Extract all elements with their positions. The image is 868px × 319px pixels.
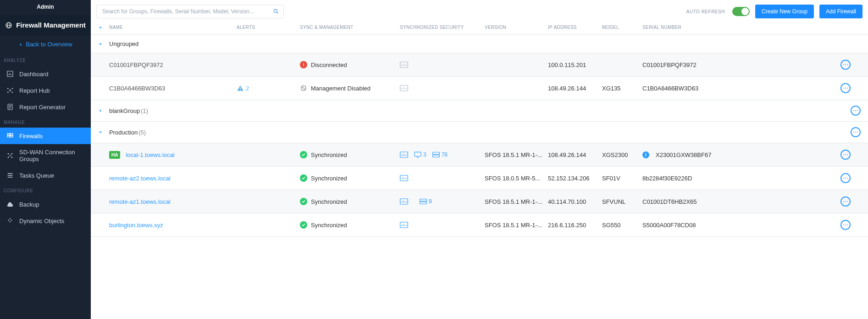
group-ungrouped[interactable]: Ungrouped (91, 35, 868, 53)
col-model[interactable]: MODEL (602, 25, 642, 30)
table-row: burlington.toews.xyz Synchronized SFOS 1… (91, 213, 868, 237)
create-group-button[interactable]: Create New Group (755, 5, 814, 18)
search-input[interactable] (96, 5, 284, 18)
serial-number: C01001DT6HB2X65 (642, 198, 840, 205)
group-count: (1) (141, 107, 148, 114)
col-ip[interactable]: IP ADDRESS (548, 25, 602, 30)
dashboard-icon (6, 70, 14, 78)
server-icon[interactable]: 9 (419, 198, 432, 205)
row-actions-button[interactable]: ⋯ (840, 196, 851, 207)
check-icon (300, 198, 307, 205)
warning-icon[interactable]: 2 (237, 84, 249, 92)
nav-dynamic-objects[interactable]: Dynamic Objects (0, 213, 91, 229)
firewall-name[interactable]: local-1.toews.local (126, 151, 174, 158)
table-row: remote-az2.toews.local Synchronized SFOS… (91, 167, 868, 190)
nav-label: Firewalls (19, 133, 43, 140)
group-actions-button[interactable]: ⋯ (851, 106, 861, 116)
svg-rect-10 (11, 134, 13, 135)
chart-icon[interactable] (400, 175, 408, 181)
row-actions-button[interactable]: ⋯ (840, 83, 851, 93)
svg-point-17 (274, 9, 277, 12)
nav-dashboard[interactable]: Dashboard (0, 66, 91, 82)
back-to-overview[interactable]: Back to Overview (0, 35, 91, 53)
col-serial[interactable]: SERIAL NUMBER (642, 25, 840, 30)
info-icon[interactable]: i (642, 151, 649, 158)
svg-rect-27 (420, 199, 427, 201)
svg-rect-11 (7, 135, 10, 137)
section-manage: MANAGE (0, 115, 91, 128)
nav-tasks-queue[interactable]: Tasks Queue (0, 167, 91, 184)
nav-label: Backup (19, 201, 39, 208)
sync-status: Management Disabled (311, 85, 370, 92)
firewall-name[interactable]: C01001FBPQF3972 (109, 62, 163, 68)
group-blank[interactable]: blankGroup (1) ⋯ (91, 100, 868, 122)
add-firewall-button[interactable]: Add Firewall (819, 5, 862, 18)
sync-status: Synchronized (311, 151, 347, 158)
dynamic-objects-icon (6, 217, 14, 224)
firewall-name[interactable]: remote-az2.toews.local (109, 175, 171, 182)
section-analyze: ANALYZE (0, 53, 91, 66)
serial-number: C01001FBPQF3972 (642, 62, 840, 68)
col-name[interactable]: NAME (109, 25, 237, 30)
nav-label: Report Hub (19, 87, 50, 94)
row-actions-button[interactable]: ⋯ (840, 150, 851, 160)
nav-firewalls[interactable]: Firewalls (0, 128, 91, 144)
table-row: HA local-1.toews.local Synchronized 3 76… (91, 143, 868, 167)
svg-rect-29 (400, 222, 408, 228)
row-actions-button[interactable]: ⋯ (840, 60, 851, 70)
col-sec[interactable]: SYNCHRONIZED SECURITY (400, 25, 485, 30)
search-icon[interactable] (273, 8, 279, 15)
svg-rect-23 (432, 152, 439, 155)
model: XG135 (602, 85, 642, 92)
auto-refresh-label: AUTO REFRESH (686, 9, 725, 14)
serial-number: 8b2284f30E9226D (642, 175, 840, 182)
col-sync[interactable]: SYNC & MANAGEMENT (300, 25, 400, 30)
nav-report-hub[interactable]: Report Hub (0, 82, 91, 99)
svg-rect-21 (400, 152, 408, 157)
caret-left-icon (18, 42, 23, 47)
chart-icon[interactable] (400, 222, 408, 228)
ip-address: 100.0.115.201 (548, 62, 602, 68)
table-header: NAME ALERTS SYNC & MANAGEMENT SYNCHRONIZ… (91, 20, 868, 35)
firewall-name[interactable]: remote-az1.toews.local (109, 198, 171, 205)
group-production[interactable]: Production (5) ⋯ (91, 122, 868, 143)
group-actions-button[interactable]: ⋯ (851, 127, 861, 137)
row-actions-button[interactable]: ⋯ (840, 173, 851, 183)
ip-address: 40.114.70.100 (548, 198, 602, 205)
chart-icon[interactable] (400, 151, 408, 158)
backup-icon (6, 201, 14, 208)
caret-down-icon (98, 42, 106, 46)
server-count: 9 (429, 198, 432, 205)
svg-rect-22 (415, 152, 421, 156)
svg-point-6 (11, 92, 13, 93)
nav-backup[interactable]: Backup (0, 196, 91, 213)
firewall-name[interactable]: C1B0A6466BW3D63 (109, 85, 165, 92)
sidebar: Admin Firewall Management Back to Overvi… (0, 0, 91, 319)
svg-point-7 (9, 90, 11, 91)
svg-rect-9 (7, 134, 10, 135)
header-title: Firewall Management (16, 21, 86, 29)
monitor-icon[interactable]: 3 (414, 151, 426, 158)
search-wrap (96, 5, 284, 18)
report-hub-icon (6, 87, 14, 94)
chart-icon (400, 85, 408, 91)
admin-link[interactable]: Admin (0, 0, 91, 15)
row-actions-button[interactable]: ⋯ (840, 220, 851, 230)
sort-arrow-icon[interactable] (98, 25, 106, 30)
nav-label: Tasks Queue (19, 172, 54, 179)
section-configure: CONFIGURE (0, 184, 91, 196)
col-version[interactable]: VERSION (485, 25, 548, 30)
col-alerts[interactable]: ALERTS (237, 25, 300, 30)
firewall-name[interactable]: burlington.toews.xyz (109, 222, 163, 229)
nav-sdwan[interactable]: SD-WAN Connection Groups (0, 144, 91, 167)
svg-rect-12 (11, 135, 13, 137)
chart-icon (400, 62, 408, 68)
nav-report-generator[interactable]: Report Generator (0, 99, 91, 115)
check-icon (300, 221, 307, 229)
server-icon[interactable]: 76 (432, 151, 448, 158)
auto-refresh-toggle[interactable] (732, 7, 750, 16)
chart-icon[interactable] (400, 198, 408, 205)
caret-down-icon (98, 130, 106, 134)
nav-label: SD-WAN Connection Groups (19, 149, 84, 162)
svg-rect-18 (400, 62, 408, 67)
